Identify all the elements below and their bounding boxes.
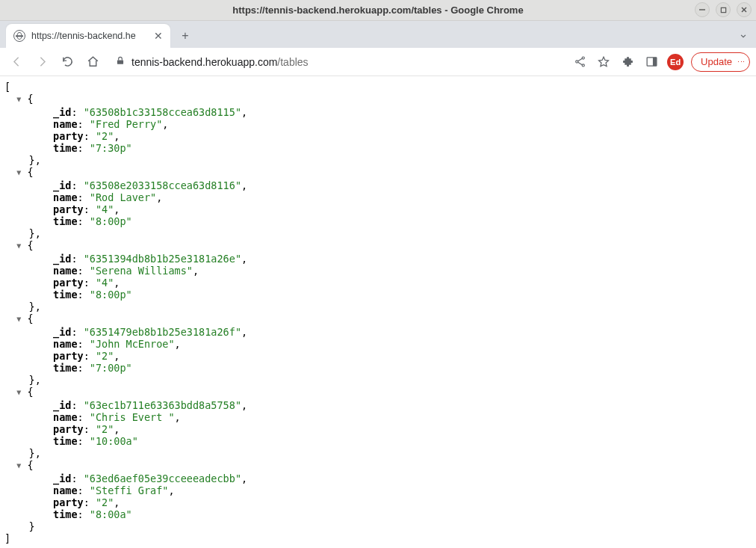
svg-point-6 <box>575 61 577 63</box>
extensions-icon[interactable] <box>619 54 636 70</box>
update-label: Update <box>701 56 732 67</box>
svg-point-7 <box>582 64 584 67</box>
reload-button[interactable] <box>57 52 78 73</box>
tab-label: https://tennis-backend.he <box>31 31 148 41</box>
share-icon[interactable] <box>571 54 588 70</box>
svg-rect-4 <box>117 60 123 64</box>
update-button[interactable]: Update ⋮ <box>691 52 750 72</box>
new-tab-button[interactable]: + <box>175 25 196 46</box>
tabs-dropdown-icon[interactable] <box>738 31 749 43</box>
address-path: /tables <box>277 56 308 68</box>
tab-strip: https://tennis-backend.he ✕ + <box>0 21 756 48</box>
profile-avatar[interactable]: Ed <box>667 54 684 70</box>
maximize-button[interactable] <box>716 2 731 17</box>
svg-point-5 <box>582 57 584 59</box>
star-icon[interactable] <box>595 54 612 70</box>
toolbar: tennis-backend.herokuapp.com/tables Ed U… <box>0 48 756 76</box>
menu-dots-icon: ⋮ <box>737 58 745 67</box>
address-bar[interactable]: tennis-backend.herokuapp.com/tables <box>108 51 563 73</box>
window-controls <box>695 2 752 17</box>
forward-button[interactable] <box>31 52 52 73</box>
home-button[interactable] <box>82 52 103 73</box>
minimize-button[interactable] <box>695 2 710 17</box>
browser-tab[interactable]: https://tennis-backend.he ✕ <box>6 24 170 48</box>
svg-rect-9 <box>652 58 656 66</box>
close-tab-icon[interactable]: ✕ <box>154 30 163 42</box>
json-viewer[interactable]: [ ▼ { _id: "63508b1c33158ccea63d8115", n… <box>0 76 756 548</box>
globe-icon <box>13 30 25 42</box>
close-button[interactable] <box>737 2 752 17</box>
window-title: https://tennis-backend.herokuapp.com/tab… <box>232 4 523 16</box>
sidepanel-icon[interactable] <box>643 54 660 70</box>
window-titlebar: https://tennis-backend.herokuapp.com/tab… <box>0 0 756 21</box>
address-text: tennis-backend.herokuapp.com/tables <box>131 56 309 68</box>
svg-rect-1 <box>721 7 725 12</box>
address-host: tennis-backend.herokuapp.com <box>131 56 277 68</box>
back-button[interactable] <box>6 52 27 73</box>
lock-icon <box>115 55 126 68</box>
toolbar-right: Ed Update ⋮ <box>571 52 750 72</box>
